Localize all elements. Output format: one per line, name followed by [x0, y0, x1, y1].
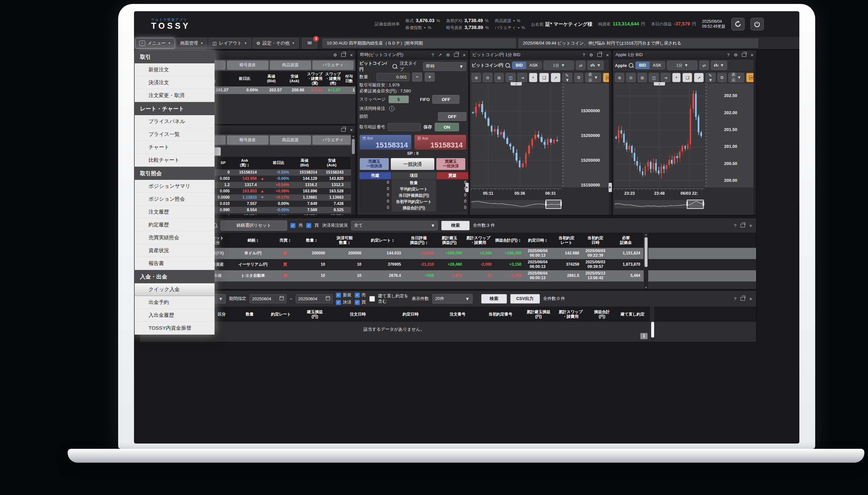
- power-button[interactable]: [750, 18, 764, 30]
- menu-item[interactable]: プライスパネル: [135, 115, 215, 128]
- position-row[interactable]: 暗号資産イーサリアム/円買1010376905-21,310+26,460-2,…: [140, 259, 756, 270]
- scrollbar-vertical[interactable]: [650, 307, 654, 342]
- sort-icon[interactable]: ▲▼: [545, 239, 547, 242]
- fit-button[interactable]: ⊞: [494, 73, 504, 82]
- menu-item[interactable]: チャート: [135, 141, 215, 154]
- sort-icon[interactable]: ▲▼: [315, 239, 317, 242]
- close-checkbox[interactable]: ✓: [336, 300, 341, 305]
- close-all-button[interactable]: 一括決済: [390, 158, 435, 170]
- display-menu-button[interactable]: 表示▼: [728, 73, 744, 82]
- news-ticker-1[interactable]: 10:30 AUD 四半期国内総生産（ＧＤＰ）[前年同期: [322, 38, 516, 49]
- menubar-item-0[interactable]: ≡メニュー▼: [135, 38, 175, 49]
- scrollbar-thumb[interactable]: [651, 322, 654, 338]
- stop-loss-toggle[interactable]: OFF: [438, 112, 466, 121]
- chart-plot[interactable]: [471, 84, 561, 187]
- sort-icon[interactable]: ▲▼: [392, 239, 394, 242]
- help-icon[interactable]: ?: [431, 52, 434, 57]
- buy-checkbox[interactable]: ✓: [355, 300, 360, 305]
- chart-type-select[interactable]: ▼: [711, 61, 727, 70]
- splitter-handle[interactable]: ▶: [609, 183, 612, 192]
- scrollbar-thumb[interactable]: [645, 237, 648, 267]
- pane-button[interactable]: ◫: [649, 73, 659, 82]
- shift-button[interactable]: ⇥: [517, 73, 527, 82]
- sort-icon[interactable]: ▲▼: [425, 241, 427, 245]
- restore-icon[interactable]: [454, 53, 458, 57]
- chart-navigator[interactable]: [614, 200, 705, 209]
- new-checkbox[interactable]: ✓: [336, 293, 341, 298]
- symbol-reset-button[interactable]: 銘柄選択リセット: [220, 220, 287, 231]
- menu-item[interactable]: 資産状況: [135, 244, 215, 257]
- compare-button[interactable]: ⇄: [576, 61, 585, 70]
- close-icon[interactable]: ×: [350, 52, 353, 57]
- sort-icon[interactable]: ▲▼: [256, 239, 258, 242]
- collapse-tab-icon[interactable]: ▲: [654, 82, 665, 85]
- asset-tab[interactable]: バラエティ: [312, 136, 354, 144]
- splitter-handle[interactable]: ▶: [465, 183, 469, 192]
- menu-item[interactable]: 売買実績照会: [135, 231, 215, 244]
- quantity-plus-button[interactable]: ＋: [425, 73, 435, 82]
- menu-item[interactable]: ポジションサマリ: [135, 180, 215, 193]
- sort-icon[interactable]: ▲▼: [348, 241, 350, 245]
- restore-icon[interactable]: [741, 224, 745, 227]
- buy-ask-button[interactable]: 買 Ask15158314: [414, 135, 466, 150]
- info-icon[interactable]: i: [389, 106, 394, 111]
- collapse-tab-icon[interactable]: ▲: [511, 82, 522, 85]
- interval-select[interactable]: 1分▼: [544, 61, 574, 70]
- popout-button[interactable]: ⧉: [717, 73, 727, 82]
- menu-item[interactable]: 注文履歴: [135, 206, 215, 219]
- pagination-current[interactable]: 1: [640, 333, 648, 339]
- date-to-input[interactable]: 20250604: [296, 294, 333, 303]
- menu-item[interactable]: 決済注文: [135, 76, 215, 89]
- scrollbar-vertical[interactable]: ▲▼: [644, 233, 648, 289]
- quantity-minus-button[interactable]: −: [412, 73, 422, 82]
- save-toggle[interactable]: ON: [435, 123, 459, 131]
- settings-icon[interactable]: ⚙: [446, 52, 450, 57]
- search-icon[interactable]: [629, 63, 633, 68]
- sell-bid-button[interactable]: 売 Bid15158314: [359, 135, 411, 150]
- zoom-out-button[interactable]: ⊖: [626, 73, 635, 82]
- order-type-select[interactable]: 即時▼: [423, 62, 466, 71]
- ask-option[interactable]: ASK: [649, 62, 665, 69]
- menu-item[interactable]: ポジション照会: [135, 193, 215, 206]
- sort-icon[interactable]: ▲▼: [518, 239, 521, 242]
- menubar-item-3[interactable]: ⚙設定・その他▼: [253, 38, 299, 49]
- menu-item[interactable]: クイック入金: [135, 283, 215, 296]
- status-select[interactable]: 全て▼: [351, 221, 438, 231]
- close-icon[interactable]: ×: [750, 52, 753, 57]
- mail-button[interactable]: ✉3: [302, 38, 317, 49]
- scroll-up-icon[interactable]: ▲: [351, 134, 355, 138]
- sort-icon[interactable]: ▲▼: [247, 163, 249, 167]
- rebuild-checkbox[interactable]: [369, 296, 375, 302]
- popout-button[interactable]: ⧉: [574, 73, 583, 82]
- asset-tab[interactable]: 商品資源: [270, 61, 311, 70]
- help-icon[interactable]: ?: [734, 296, 736, 301]
- pane-button[interactable]: ◫: [506, 73, 515, 82]
- menu-item[interactable]: 注文変更・取消: [135, 89, 215, 102]
- settings-icon[interactable]: ⚙: [333, 52, 337, 57]
- menu-item[interactable]: TOSSY内資金振替: [135, 322, 215, 335]
- menubar-item-1[interactable]: 画面管理▼: [176, 38, 207, 49]
- bid-ask-toggle[interactable]: BIDASK: [635, 62, 665, 69]
- navigator-selection[interactable]: [687, 200, 704, 209]
- scroll-down-icon[interactable]: ▼: [644, 286, 648, 289]
- search-button[interactable]: 検索: [441, 221, 470, 231]
- restore-icon[interactable]: [341, 128, 345, 132]
- ask-option[interactable]: ASK: [526, 62, 541, 69]
- bid-ask-toggle[interactable]: BIDASK: [512, 62, 542, 69]
- menubar-item-2[interactable]: ◫レイアウト▼: [208, 38, 251, 49]
- fifo-toggle[interactable]: OFF: [432, 95, 459, 104]
- menu-item[interactable]: 入出金履歴: [135, 309, 215, 322]
- expand-icon[interactable]: ↗: [438, 52, 442, 57]
- display-menu-button[interactable]: 表示▼: [585, 73, 601, 82]
- close-icon[interactable]: ×: [749, 296, 752, 301]
- fit-button[interactable]: ⊞: [637, 73, 647, 82]
- pencil-button[interactable]: ✎ ▼: [705, 73, 716, 82]
- menu-item[interactable]: 出金予約: [135, 296, 215, 309]
- chart-type-select[interactable]: ▼: [588, 61, 603, 70]
- close-all-buy-button[interactable]: 買建玉 一括決済: [436, 158, 466, 170]
- search-icon[interactable]: [392, 64, 397, 69]
- position-row[interactable]: 為替(FX)米ドル/円買200000200000144.033-16,000+2…: [140, 248, 756, 259]
- chart-copy-button[interactable]: ❏: [682, 73, 692, 82]
- refresh-button[interactable]: [731, 18, 745, 30]
- asset-tab[interactable]: バラエティ: [312, 61, 354, 70]
